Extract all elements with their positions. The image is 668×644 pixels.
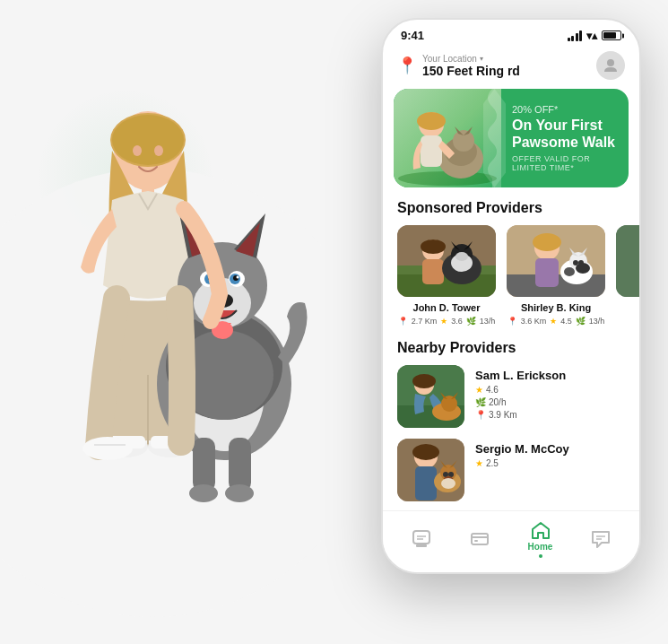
phone-screen: 9:41 ▾▴ 📍 Your Location ▾	[381, 18, 641, 574]
svg-point-17	[194, 278, 251, 328]
svg-point-47	[421, 239, 446, 254]
svg-rect-30	[229, 438, 251, 492]
svg-rect-81	[413, 531, 429, 544]
nav-item-card[interactable]	[470, 529, 490, 549]
wifi-icon: ▾▴	[586, 30, 597, 42]
profile-avatar[interactable]	[596, 51, 625, 80]
provider-price-john: 13/h	[480, 317, 496, 326]
illustration-area	[0, 16, 359, 644]
provider-distance-shirley: 3.6 Km	[521, 317, 547, 326]
svg-point-25	[237, 276, 239, 279]
nav-item-profile[interactable]	[412, 529, 431, 549]
battery-icon	[602, 30, 621, 40]
svg-point-9	[148, 436, 193, 457]
distance-icon: 📍	[398, 317, 408, 326]
location-left: 📍 Your Location ▾ 150 Feet Ring rd	[397, 54, 520, 78]
sponsored-providers-list[interactable]: John D. Tower 📍 2.7 Km ★ 3.6 🌿 13/h	[383, 225, 639, 340]
location-text-group: Your Location ▾ 150 Feet Ring rd	[422, 54, 520, 78]
provider-image-john	[397, 225, 496, 297]
svg-point-15	[175, 330, 273, 420]
svg-point-20	[204, 274, 215, 284]
phone-wrapper: 9:41 ▾▴ 📍 Your Location ▾	[381, 18, 641, 574]
svg-point-31	[189, 484, 218, 502]
nearby-provider-image-sergio	[397, 439, 464, 501]
nearby-rating-sergio: ★ 2.5	[475, 458, 569, 468]
nearby-provider-info-sergio: Sergio M. McCoy ★ 2.5	[475, 439, 569, 468]
nav-item-home[interactable]: Home	[528, 520, 553, 558]
svg-rect-6	[142, 185, 154, 203]
decorative-bg	[36, 88, 215, 267]
provider-stats-shirley: 📍 3.6 Km ★ 4.5 🌿 13/h	[508, 317, 605, 326]
svg-point-56	[533, 233, 561, 251]
home-nav-dot	[539, 554, 542, 558]
svg-point-63	[564, 267, 575, 276]
leaf-icon: 🌿	[576, 317, 586, 326]
svg-point-3	[112, 115, 184, 165]
nearby-provider-name-sam: Sam L. Erickson	[475, 369, 566, 382]
nearby-provider-info-sam: Sam L. Erickson ★ 4.6 🌿 20/h 📍 3.9 Km	[475, 365, 566, 420]
status-icons: ▾▴	[568, 30, 622, 42]
banner-text: 20% OFF* On Your FirstPawsome Walk OFFER…	[501, 95, 629, 181]
svg-rect-85	[472, 534, 488, 544]
person-dog-illustration	[0, 34, 323, 644]
nearby-price-sam: 🌿 20/h	[475, 397, 566, 407]
svg-point-70	[441, 396, 457, 412]
provider-image-extra	[616, 225, 639, 297]
svg-point-62	[576, 263, 590, 274]
home-nav-icon	[531, 520, 551, 540]
svg-point-33	[82, 437, 133, 460]
time-display: 9:41	[401, 29, 424, 42]
provider-image-shirley	[507, 225, 605, 297]
svg-rect-29	[193, 438, 215, 492]
nearby-provider-item[interactable]: Sergio M. McCoy ★ 2.5	[397, 439, 625, 501]
svg-rect-64	[616, 225, 639, 297]
nearby-provider-image-sam	[397, 365, 464, 428]
promo-banner[interactable]: 20% OFF* On Your FirstPawsome Walk OFFER…	[394, 89, 629, 187]
phone-content[interactable]: 20% OFF* On Your FirstPawsome Walk OFFER…	[383, 89, 639, 510]
bottom-navigation: Home	[383, 510, 639, 572]
sponsored-provider-card[interactable]: John D. Tower 📍 2.7 Km ★ 3.6 🌿 13/h	[397, 225, 496, 326]
svg-point-1	[114, 111, 182, 190]
card-nav-icon	[470, 529, 490, 549]
svg-point-12	[157, 308, 291, 460]
svg-point-5	[154, 145, 163, 156]
svg-point-2	[110, 113, 186, 167]
svg-point-35	[607, 59, 614, 66]
status-bar: 9:41 ▾▴	[383, 20, 639, 48]
svg-point-22	[208, 275, 213, 281]
sponsored-section-title: Sponsored Providers	[383, 200, 639, 225]
location-header[interactable]: 📍 Your Location ▾ 150 Feet Ring rd	[383, 48, 639, 89]
star-icon: ★	[475, 458, 483, 468]
provider-name-john: John D. Tower	[413, 302, 481, 313]
svg-rect-48	[422, 259, 444, 284]
svg-point-80	[441, 478, 455, 489]
svg-point-18	[200, 271, 216, 287]
message-nav-icon	[591, 529, 611, 549]
provider-stats-john: 📍 2.7 Km ★ 3.6 🌿 13/h	[398, 317, 496, 326]
nearby-rating-sam: ★ 4.6	[475, 385, 566, 395]
sponsored-provider-card-partial	[616, 225, 639, 326]
banner-title: On Your FirstPawsome Walk	[512, 117, 618, 151]
nearby-provider-name-sergio: Sergio M. McCoy	[475, 442, 569, 456]
provider-distance-john: 2.7 Km	[412, 317, 438, 326]
svg-point-0	[0, 169, 323, 617]
svg-rect-74	[415, 466, 437, 500]
nearby-provider-item[interactable]: Sam L. Erickson ★ 4.6 🌿 20/h 📍 3.9 Km	[397, 365, 625, 428]
location-pin-icon: 📍	[397, 56, 417, 75]
location-address: 150 Feet Ring rd	[422, 64, 520, 78]
nav-item-messages[interactable]	[591, 529, 611, 549]
svg-point-16	[178, 242, 267, 328]
svg-point-32	[225, 484, 254, 502]
sponsored-provider-card[interactable]: Shirley B. King 📍 3.6 Km ★ 4.5 🌿 13/h	[507, 225, 605, 326]
provider-rating-shirley: 4.5	[560, 317, 572, 326]
your-location-label: Your Location ▾	[422, 54, 520, 64]
distance-icon: 📍	[508, 317, 517, 326]
nearby-providers-list: Sam L. Erickson ★ 4.6 🌿 20/h 📍 3.9 Km	[383, 365, 639, 501]
chevron-down-icon: ▾	[480, 55, 483, 63]
svg-point-39	[453, 130, 474, 152]
star-icon: ★	[475, 385, 483, 395]
location-icon: 📍	[475, 410, 486, 420]
svg-point-13	[184, 335, 265, 451]
svg-rect-11	[151, 436, 190, 448]
svg-rect-42	[421, 135, 442, 167]
